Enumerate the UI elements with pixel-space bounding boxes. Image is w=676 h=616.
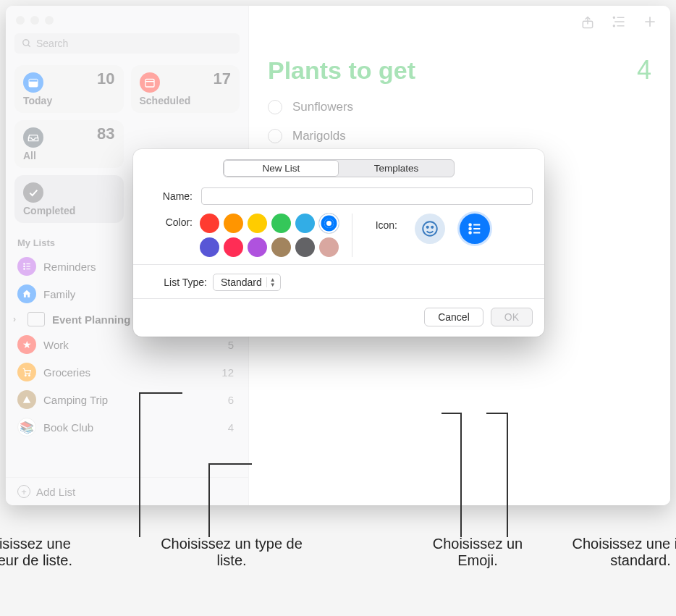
search-placeholder: Search bbox=[36, 38, 68, 49]
list-total: 4 bbox=[637, 55, 651, 85]
calendar-icon bbox=[140, 72, 160, 93]
plus-icon: + bbox=[17, 485, 30, 498]
reminder-title: Sunflowers bbox=[292, 100, 353, 114]
folder-icon bbox=[28, 312, 45, 326]
traffic-light-close[interactable] bbox=[16, 16, 25, 25]
tab-new-list[interactable]: New List bbox=[224, 160, 339, 177]
svg-point-7 bbox=[24, 263, 25, 264]
callout-emoji: Choisissez un Emoji. bbox=[413, 536, 543, 569]
icon-label: Icon: bbox=[366, 214, 397, 231]
callout-leader bbox=[208, 463, 210, 537]
cancel-button[interactable]: Cancel bbox=[424, 308, 483, 326]
checkbox[interactable] bbox=[268, 100, 282, 114]
smart-all[interactable]: 83 All bbox=[14, 120, 124, 168]
color-indigo[interactable] bbox=[200, 237, 219, 257]
segmented-control[interactable]: New List Templates bbox=[223, 159, 455, 177]
scheduled-label: Scheduled bbox=[140, 95, 232, 106]
traffic-light-max[interactable] bbox=[45, 16, 54, 25]
cart-icon bbox=[17, 363, 36, 381]
smart-completed[interactable]: Completed bbox=[14, 175, 124, 223]
checkbox[interactable] bbox=[268, 129, 282, 143]
svg-point-13 bbox=[25, 375, 26, 376]
svg-point-26 bbox=[469, 224, 471, 226]
list-label: Work bbox=[43, 339, 221, 351]
reminder-row[interactable]: Sunflowers bbox=[249, 93, 670, 122]
list-label: Book Club bbox=[43, 421, 221, 434]
view-icon[interactable] bbox=[611, 14, 627, 30]
book-icon: 📚 bbox=[17, 418, 36, 436]
sidebar-item-camping[interactable]: Camping Trip 6 bbox=[6, 386, 248, 413]
list-count: 12 bbox=[221, 366, 237, 379]
color-red[interactable] bbox=[200, 214, 219, 233]
color-purple[interactable] bbox=[248, 237, 267, 257]
traffic-light-min[interactable] bbox=[30, 16, 39, 25]
list-label: Camping Trip bbox=[43, 394, 221, 406]
emoji-picker-button[interactable] bbox=[415, 214, 445, 244]
tent-icon bbox=[17, 390, 36, 409]
color-gray[interactable] bbox=[295, 237, 315, 257]
sidebar-item-bookclub[interactable]: 📚 Book Club 4 bbox=[6, 413, 248, 441]
svg-point-19 bbox=[613, 17, 614, 18]
color-blue-selected[interactable] bbox=[319, 214, 339, 233]
color-pink[interactable] bbox=[224, 237, 243, 257]
list-title: Plants to get bbox=[268, 56, 415, 85]
callout-list-type: Choisissez un type de liste. bbox=[159, 536, 304, 569]
svg-point-23 bbox=[423, 221, 437, 236]
svg-point-9 bbox=[24, 269, 25, 269]
add-list-button[interactable]: + Add List bbox=[6, 477, 248, 505]
color-orange[interactable] bbox=[224, 214, 243, 233]
add-icon[interactable] bbox=[643, 14, 657, 30]
list-label: Groceries bbox=[43, 366, 214, 379]
search-input[interactable]: Search bbox=[14, 33, 240, 54]
check-icon bbox=[23, 182, 43, 203]
color-rose[interactable] bbox=[319, 237, 339, 257]
divider bbox=[352, 214, 352, 257]
tab-templates[interactable]: Templates bbox=[339, 160, 454, 177]
callout-leader bbox=[208, 463, 252, 465]
scheduled-count: 17 bbox=[214, 69, 231, 88]
all-count: 83 bbox=[97, 125, 114, 143]
chevron-right-icon: › bbox=[13, 314, 20, 324]
color-yellow[interactable] bbox=[248, 214, 267, 233]
svg-rect-5 bbox=[145, 79, 154, 87]
ok-button[interactable]: OK bbox=[491, 308, 533, 326]
today-label: Today bbox=[23, 95, 115, 106]
tray-icon bbox=[23, 127, 43, 148]
callout-leader bbox=[507, 413, 508, 537]
toolbar bbox=[249, 6, 670, 33]
svg-rect-3 bbox=[29, 79, 38, 81]
svg-point-27 bbox=[469, 228, 471, 230]
all-label: All bbox=[23, 150, 115, 161]
list-type-value: Standard bbox=[221, 277, 262, 288]
svg-point-0 bbox=[23, 40, 29, 46]
callout-standard-icon: Choisissez une icône standard. bbox=[557, 536, 676, 569]
color-brown[interactable] bbox=[271, 237, 291, 257]
svg-point-24 bbox=[427, 227, 428, 228]
svg-point-14 bbox=[29, 375, 30, 376]
svg-point-28 bbox=[469, 232, 471, 234]
smart-scheduled[interactable]: 17 Scheduled bbox=[131, 65, 240, 113]
list-count: 5 bbox=[228, 339, 237, 351]
svg-point-20 bbox=[613, 25, 614, 27]
list-type-select[interactable]: Standard ▲▼ bbox=[213, 274, 281, 291]
svg-line-1 bbox=[28, 45, 30, 47]
reminder-title: Marigolds bbox=[292, 129, 346, 143]
list-count: 4 bbox=[228, 421, 237, 434]
name-input[interactable] bbox=[201, 187, 533, 205]
home-icon bbox=[17, 284, 36, 303]
list-type-label: List Type: bbox=[145, 277, 207, 288]
callout-leader bbox=[486, 413, 507, 414]
callout-leader bbox=[139, 392, 140, 537]
color-swatches bbox=[200, 214, 339, 257]
color-lightblue[interactable] bbox=[295, 214, 315, 233]
new-list-modal: New List Templates Name: Color: bbox=[133, 149, 544, 337]
name-label: Name: bbox=[145, 187, 193, 202]
smart-today[interactable]: 10 Today bbox=[14, 65, 124, 113]
reminder-row[interactable]: Marigolds bbox=[249, 122, 670, 151]
callout-leader bbox=[441, 413, 460, 414]
color-label: Color: bbox=[145, 214, 193, 257]
standard-icon-button[interactable] bbox=[460, 214, 490, 244]
sidebar-item-groceries[interactable]: Groceries 12 bbox=[6, 358, 248, 386]
color-green[interactable] bbox=[271, 214, 291, 233]
share-icon[interactable] bbox=[580, 14, 595, 30]
